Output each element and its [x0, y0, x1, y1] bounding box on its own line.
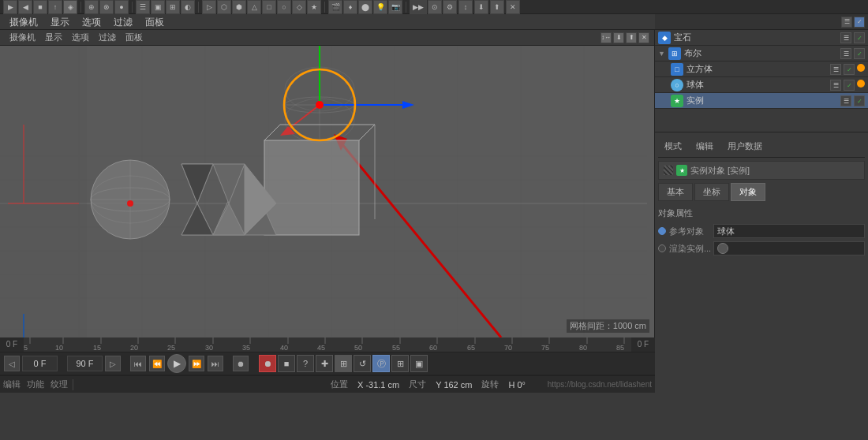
obj-sphere[interactable]: ○ 球体 ☰ ✓: [655, 77, 868, 93]
obj-gem-check1[interactable]: ☰: [840, 32, 851, 43]
mode-tab-userdata[interactable]: 用户数据: [721, 139, 769, 154]
status-texture[interactable]: 纹理: [51, 378, 68, 390]
obj-bool-expand[interactable]: ▼: [658, 50, 665, 58]
svg-text:85: 85: [616, 344, 624, 352]
viewport[interactable]: 摄像机 显示 选项 过滤 面板 ↕↔ ⬇ ⬆ ✕ 网格间距：1000 cm: [0, 30, 655, 337]
tool-icon-22[interactable]: ♦: [343, 0, 357, 14]
prop-refobj-value[interactable]: 球体: [713, 224, 865, 238]
obj-bool-check2[interactable]: ✓: [854, 48, 865, 59]
obj-bool-check1[interactable]: ☰: [840, 48, 851, 59]
obj-instance-check2[interactable]: ✓: [854, 95, 865, 106]
viewport-icon-up[interactable]: ⬆: [626, 32, 637, 43]
status-edit[interactable]: 编辑: [3, 378, 21, 390]
menu-options[interactable]: 选项: [76, 14, 107, 30]
play-btn[interactable]: ▶▶: [410, 0, 427, 14]
tool-icon-4[interactable]: ↑: [48, 0, 62, 14]
tool-icon-8[interactable]: ●: [114, 0, 129, 14]
viewport-menu-camera[interactable]: 摄像机: [5, 32, 40, 43]
render-settings-btn[interactable]: ⚙: [443, 0, 457, 14]
tool-btn-help[interactable]: ?: [297, 355, 314, 372]
tool-icon-16[interactable]: △: [247, 0, 261, 14]
tool-icon-3[interactable]: ■: [33, 0, 47, 14]
obj-instance[interactable]: ★ 实例 ☰ ✓: [655, 93, 868, 109]
timeline-goto-start[interactable]: ⏮: [130, 356, 146, 371]
tool-icon-5[interactable]: ◈: [63, 0, 77, 14]
tool-icon-14[interactable]: ⬡: [217, 0, 231, 14]
tool-icon-9[interactable]: ☰: [136, 0, 150, 14]
obj-sphere-check2[interactable]: ✓: [844, 80, 855, 91]
obj-bool[interactable]: ▼ ⊞ 布尔 ☰ ✓: [655, 46, 868, 62]
timeline-record[interactable]: ⏺: [233, 356, 249, 371]
viewport-icon-down[interactable]: ⬇: [613, 32, 624, 43]
obj-instance-check1[interactable]: ☰: [840, 95, 851, 106]
timeline-goto-end[interactable]: ⏭: [208, 356, 223, 371]
tool-icon-10[interactable]: ▣: [151, 0, 165, 14]
menu-display[interactable]: 显示: [44, 14, 76, 30]
prop-tab-coord[interactable]: 坐标: [694, 183, 729, 201]
tool-icon-6[interactable]: ⊕: [84, 0, 99, 14]
viewport-icon-arrows[interactable]: ↕↔: [600, 32, 612, 43]
mode-tab-mode[interactable]: 模式: [658, 139, 688, 154]
prop-refobj-radio[interactable]: [658, 227, 666, 235]
tool-icon-25[interactable]: 📷: [388, 0, 402, 14]
menu-filter[interactable]: 过滤: [107, 14, 139, 30]
tool-icon-20[interactable]: ★: [307, 0, 321, 14]
tool-icon-19[interactable]: ◇: [292, 0, 306, 14]
obj-cube-check2[interactable]: ✓: [844, 64, 855, 75]
tool-icon-7[interactable]: ⊗: [99, 0, 114, 14]
menu-panel[interactable]: 面板: [139, 14, 170, 30]
rp-icon-1[interactable]: ☰: [841, 17, 852, 28]
svg-text:65: 65: [467, 344, 475, 352]
tool-btn-snap[interactable]: ▣: [410, 355, 428, 372]
tool-btn-grid[interactable]: ⊞: [391, 355, 409, 372]
rp-icon-2[interactable]: ✓: [854, 17, 865, 28]
timeline-end-frame[interactable]: [67, 356, 103, 371]
timeline-play[interactable]: ▶: [167, 354, 186, 373]
top-right-icon-4[interactable]: ✕: [506, 0, 520, 14]
timeline-step-back[interactable]: ⏪: [149, 356, 165, 371]
prop-tab-basic[interactable]: 基本: [658, 183, 693, 201]
tool-icon-13[interactable]: ▷: [202, 0, 216, 14]
prop-tab-object[interactable]: 对象: [731, 183, 765, 201]
tool-icon-18[interactable]: ○: [277, 0, 291, 14]
top-right-icon-3[interactable]: ⬆: [490, 0, 504, 14]
tool-icon-15[interactable]: ⬢: [232, 0, 246, 14]
tool-btn-plus[interactable]: ✚: [316, 355, 333, 372]
render-instance-circle: [717, 243, 728, 254]
timeline-arrow-right[interactable]: ▷: [105, 356, 121, 371]
timeline-start-frame[interactable]: [22, 356, 58, 371]
tool-btn-record[interactable]: ⏺: [259, 355, 276, 372]
tool-icon-12[interactable]: ◐: [181, 0, 195, 14]
obj-cube-check1[interactable]: ☰: [830, 64, 841, 75]
top-right-icon-2[interactable]: ⬇: [474, 0, 488, 14]
viewport-icon-close[interactable]: ✕: [638, 32, 649, 43]
tool-icon-24[interactable]: 💡: [373, 0, 387, 14]
tool-btn-stop[interactable]: ■: [278, 355, 295, 372]
timeline-arrow-left[interactable]: ◁: [4, 356, 20, 371]
obj-sphere-check1[interactable]: ☰: [830, 80, 841, 91]
top-right-icon-1[interactable]: ↕: [458, 0, 473, 14]
tool-icon-1[interactable]: ▶: [3, 0, 17, 14]
tool-icon-17[interactable]: □: [262, 0, 276, 14]
tool-btn-parking[interactable]: Ⓟ: [372, 355, 390, 372]
tool-icon-23[interactable]: ⬤: [358, 0, 372, 14]
timeline-step-forward[interactable]: ⏩: [189, 356, 204, 371]
obj-cube[interactable]: □ 立方体 ☰ ✓: [655, 62, 868, 77]
obj-gem-check2[interactable]: ✓: [854, 32, 865, 43]
status-function[interactable]: 功能: [27, 378, 44, 390]
tool-icon-11[interactable]: ⊞: [166, 0, 180, 14]
viewport-menu-display[interactable]: 显示: [40, 32, 67, 43]
viewport-menu-panel[interactable]: 面板: [121, 32, 148, 43]
tool-icon-2[interactable]: ◀: [18, 0, 32, 14]
prop-render-value[interactable]: [713, 241, 865, 255]
mode-tab-edit[interactable]: 编辑: [690, 139, 720, 154]
menu-camera[interactable]: 摄像机: [3, 14, 44, 30]
viewport-menu-options[interactable]: 选项: [67, 32, 94, 43]
tool-btn-move[interactable]: ⊞: [335, 355, 352, 372]
tool-btn-rotate[interactable]: ↺: [354, 355, 371, 372]
prop-render-radio[interactable]: [658, 244, 666, 252]
obj-gem[interactable]: ◆ 宝石 ☰ ✓: [655, 30, 868, 46]
viewport-menu-filter[interactable]: 过滤: [94, 32, 121, 43]
tool-icon-21[interactable]: 🎬: [328, 0, 342, 14]
render-btn[interactable]: ⊙: [428, 0, 442, 14]
